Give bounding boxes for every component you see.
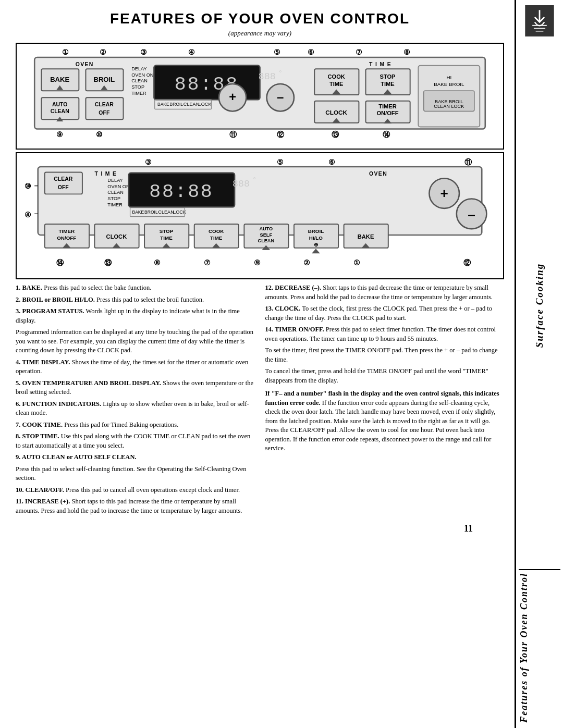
svg-text:STOP: STOP (380, 73, 396, 80)
svg-text:888: 888 (232, 179, 250, 190)
diagram-top: ① ② ③ ④ ⑤ ⑥ ⑦ ⑧ OVEN T I M E BAKE B (16, 43, 504, 150)
svg-text:BROIL: BROIL (144, 209, 158, 215)
sidebar-divider (519, 569, 560, 570)
svg-text:HI/LO: HI/LO (309, 235, 323, 241)
svg-text:⑬: ⑬ (332, 130, 339, 139)
desc-right-column: 12. DECREASE (–). Short taps to this pad… (265, 283, 505, 518)
svg-text:⑧: ⑧ (403, 48, 410, 56)
svg-text:+: + (440, 186, 448, 201)
svg-text:⑪: ⑪ (229, 130, 237, 139)
svg-text:⑭: ⑭ (56, 258, 64, 267)
svg-text:–: – (277, 90, 284, 104)
desc-error-text: If the function error code appears durin… (265, 399, 496, 452)
svg-text:TIMER: TIMER (378, 103, 397, 109)
svg-text:BROIL: BROIL (170, 102, 183, 107)
svg-text:⑩: ⑩ (25, 182, 31, 190)
svg-text:CLEAN: CLEAN (51, 108, 69, 114)
svg-text:–: – (468, 207, 475, 223)
svg-text:TIME: TIME (160, 235, 173, 241)
desc-7-title: 7. COOK TIME. (16, 421, 63, 428)
top-diagram-svg: ① ② ③ ④ ⑤ ⑥ ⑦ ⑧ OVEN T I M E BAKE B (21, 46, 499, 145)
desc-item-5: 5. OVEN TEMPERATURE AND BROIL DISPLAY. S… (16, 379, 255, 397)
svg-text:AUTO: AUTO (52, 102, 67, 107)
desc-item-6: 6. FUNCTION INDICATORS. Lights up to sho… (16, 400, 255, 418)
svg-text:①: ① (62, 48, 69, 56)
svg-text:LOCK: LOCK (173, 209, 186, 215)
desc-4-title: 4. TIME DISPLAY. (16, 359, 70, 366)
desc-item-14b: To set the timer, first press the TIMER … (265, 346, 505, 364)
svg-text:BROIL: BROIL (93, 76, 115, 83)
svg-text:OFF: OFF (58, 184, 69, 190)
desc-left-column: 1. BAKE. Press this pad to select the ba… (16, 283, 255, 518)
svg-text:①: ① (353, 258, 360, 267)
svg-text:③: ③ (140, 48, 147, 56)
svg-text:STOP: STOP (160, 228, 174, 234)
svg-text:SELF: SELF (260, 232, 273, 238)
svg-text:STOP: STOP (107, 196, 120, 201)
svg-text:CLEAN: CLEAN (183, 102, 200, 107)
svg-text:CLEAR: CLEAR (95, 102, 114, 107)
svg-text:⑨: ⑨ (56, 130, 63, 139)
svg-text:⑥: ⑥ (328, 158, 335, 166)
svg-text:T I M E: T I M E (369, 61, 391, 67)
svg-text:TIME: TIME (381, 81, 395, 87)
svg-text:⑨: ⑨ (254, 258, 261, 267)
svg-text:③: ③ (145, 158, 152, 166)
descriptions-section: 1. BAKE. Press this pad to select the ba… (16, 283, 504, 518)
svg-rect-78 (45, 172, 82, 194)
sidebar-surface-cooking: Surface Cooking (519, 44, 560, 566)
svg-text:TIMER: TIMER (59, 228, 75, 234)
svg-text:BAKE: BAKE (50, 76, 69, 83)
svg-text:BAKE: BAKE (132, 209, 144, 215)
bottom-diagram-svg: ③ ⑤ ⑥ ⑪ ⑩ ④ CLEAR OFF T I M E DE (21, 156, 499, 275)
svg-text:④: ④ (25, 211, 31, 219)
svg-text:ON/OFF: ON/OFF (376, 110, 398, 116)
desc-item-14c: To cancel the timer, press and hold the … (265, 367, 505, 385)
svg-text:⑧: ⑧ (154, 258, 161, 267)
svg-text:CLEAN: CLEAN (131, 78, 148, 83)
svg-text:BAKE: BAKE (358, 233, 374, 239)
svg-text:888: 888 (259, 71, 276, 82)
svg-text:CLEAN: CLEAN (107, 190, 124, 195)
desc-item-3b: Programmed information can be displayed … (16, 328, 255, 355)
svg-text:DELAY: DELAY (107, 178, 123, 183)
desc-7-text: Press this pad for Timed Baking operatio… (64, 421, 178, 428)
svg-rect-21 (85, 97, 123, 119)
desc-item-11: 11. INCREASE (+). Short taps to this pad… (16, 497, 255, 515)
svg-text:⑩: ⑩ (96, 130, 103, 139)
svg-text:BAKE  BROIL: BAKE BROIL (434, 81, 464, 87)
desc-item-14: 14. TIMER ON/OFF. Press this pad to sele… (265, 325, 505, 343)
desc-6-title: 6. FUNCTION INDICATORS. (16, 400, 101, 408)
svg-text:OFF: OFF (99, 110, 110, 116)
desc-item-10: 10. CLEAR/OFF. Press this pad to cancel … (16, 486, 255, 495)
svg-text:LOCK: LOCK (199, 102, 212, 107)
svg-marker-125 (312, 249, 320, 253)
right-sidebar: Surface Cooking Features of Your Oven Co… (516, 0, 563, 728)
desc-item-2: 2. BROIL or BROIL HI/LO. Press this pad … (16, 295, 255, 305)
svg-text:⑦: ⑦ (356, 48, 362, 56)
svg-text:⑪: ⑪ (465, 158, 473, 166)
svg-text:+: + (229, 90, 236, 104)
desc-item-13: 13. CLOCK. To set the clock, first press… (265, 304, 505, 323)
svg-text:T I M E: T I M E (94, 171, 117, 177)
svg-text:⑥: ⑥ (308, 48, 314, 56)
desc-3-title: 3. PROGRAM STATUS. (16, 307, 84, 315)
desc-9-title: 9. AUTO CLEAN or AUTO SELF CLEAN. (16, 453, 137, 461)
sidebar-features-oven: Features of Your Oven Control (519, 573, 560, 723)
desc-14-title: 14. TIMER ON/OFF. (265, 326, 324, 333)
svg-text:ON/OFF: ON/OFF (57, 235, 76, 241)
page-number: 11 (16, 523, 504, 534)
desc-item-4: 4. TIME DISPLAY. Shows the time of day, … (16, 358, 255, 376)
subtitle: (appearance may vary) (16, 29, 504, 38)
svg-text:OVEN: OVEN (369, 171, 387, 177)
svg-text:⑬: ⑬ (104, 258, 112, 267)
desc-2-title: 2. BROIL or BROIL HI/LO. (16, 296, 95, 303)
svg-text:BROIL: BROIL (308, 228, 324, 234)
desc-3b-text: Programmed information can be displayed … (16, 328, 253, 354)
desc-item-9: 9. AUTO CLEAN or AUTO SELF CLEAN. (16, 453, 255, 462)
svg-text:HI: HI (446, 75, 451, 80)
desc-12-title: 12. DECREASE (–). (265, 284, 322, 291)
desc-10-text: Press this pad to cancel all oven operat… (66, 486, 240, 493)
svg-text:⑤: ⑤ (277, 158, 284, 166)
svg-text:°: ° (253, 176, 255, 183)
